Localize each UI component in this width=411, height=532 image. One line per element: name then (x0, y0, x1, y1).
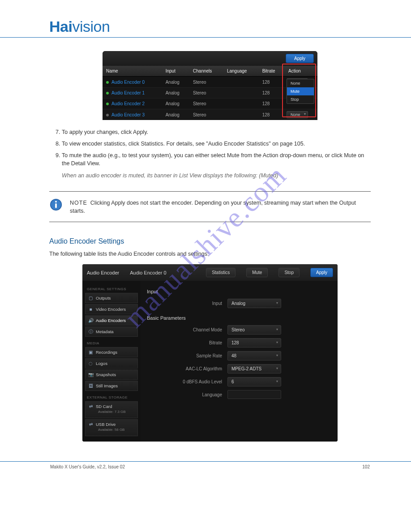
note-text: Clicking Apply does not start the encode… (70, 200, 356, 215)
select-audio-level[interactable]: 6 (227, 377, 281, 386)
col-action: Action (285, 66, 317, 77)
sd-card-icon: ⇄ (88, 404, 93, 409)
detail-main: Input Input Analog Basic Parameters Chan… (141, 281, 338, 442)
label-sample-rate: Sample Rate (147, 353, 227, 358)
stop-button[interactable]: Stop (278, 268, 300, 277)
sidebar-item-usb-drive[interactable]: ⇄USB Drive Available: 58 GB (85, 419, 138, 436)
select-input[interactable]: Analog (227, 299, 281, 308)
select-aac[interactable]: MPEG-2 ADTS (227, 364, 281, 373)
select-sample-rate[interactable]: 48 (227, 351, 281, 360)
detail-titlebar: Audio Encoder Audio Encoder 0 Statistics… (82, 264, 338, 281)
sidebar-header-external: EXTERNAL STORAGE (85, 392, 138, 401)
breadcrumb-root[interactable]: Audio Encoder (87, 270, 119, 275)
note-label: NOTE (70, 200, 87, 206)
brand-part2: vision (72, 18, 110, 35)
brand-part1: Hai (49, 18, 72, 35)
input-language[interactable] (227, 390, 281, 399)
status-dot-icon (106, 114, 109, 116)
video-icon: ■ (88, 307, 93, 312)
encoder-list-screenshot: Apply Name Input Channels Language Bitra… (103, 51, 317, 120)
sidebar: GENERAL SETTINGS ▢Outputs ■Video Encoder… (82, 281, 141, 442)
instruction-text: To apply your changes, click Apply. To v… (49, 128, 371, 180)
encoder-link[interactable]: Audio Encoder 2 (111, 101, 145, 106)
table-row[interactable]: Audio Encoder 1 Analog Stereo 128 (103, 88, 317, 99)
dropdown-option-mute[interactable]: Mute (287, 87, 314, 95)
step-8: To view encoder statistics, click Statis… (62, 140, 371, 148)
cell-language (223, 88, 259, 99)
sidebar-item-snapshots[interactable]: 📷Snapshots (85, 369, 138, 380)
group-basic-head: Basic Parameters (147, 315, 331, 321)
dropdown-option-none[interactable]: None (287, 79, 314, 87)
select-bitrate[interactable]: 128 (227, 338, 281, 348)
sd-available: Available: 7.3 GB (88, 409, 126, 416)
col-name: Name (103, 66, 162, 77)
breadcrumb-current: Audio Encoder 0 (130, 270, 166, 275)
col-channels: Channels (189, 66, 223, 77)
apply-button[interactable]: Apply (286, 54, 314, 63)
still-images-icon: 🖼 (88, 383, 93, 388)
status-dot-icon (106, 92, 109, 94)
sidebar-item-video-encoders[interactable]: ■Video Encoders (85, 304, 138, 314)
section-intro: The following table lists the Audio Enco… (49, 250, 371, 258)
cell-channels: Stereo (189, 99, 223, 109)
metadata-icon: ⓘ (88, 329, 93, 334)
table-row[interactable]: Audio Encoder 3 Analog Stereo 128 None (103, 109, 317, 120)
dropdown-option-stop[interactable]: Stop (287, 95, 314, 103)
label-aac: AAC-LC Algorithm (147, 366, 227, 371)
page-number: 102 (362, 464, 370, 469)
sidebar-item-recordings[interactable]: ▣Recordings (85, 347, 138, 357)
cell-input: Analog (162, 109, 189, 120)
col-bitrate: Bitrate (259, 66, 285, 77)
encoder-link[interactable]: Audio Encoder 1 (111, 90, 145, 95)
sidebar-item-outputs[interactable]: ▢Outputs (85, 293, 138, 303)
sidebar-item-sd-card[interactable]: ⇄SD Card Available: 7.3 GB (85, 401, 138, 418)
header-rule (0, 37, 411, 38)
status-dot-icon (106, 103, 109, 105)
apply-button[interactable]: Apply (310, 268, 333, 277)
brand-logo: Haivision (49, 18, 371, 35)
label-audio-level: 0 dBFS Audio Level (147, 379, 227, 384)
step-7: To apply your changes, click Apply. (62, 128, 371, 136)
svg-rect-3 (55, 203, 57, 208)
sidebar-item-logos[interactable]: ◌Logos (85, 358, 138, 369)
mute-button[interactable]: Mute (246, 268, 268, 277)
sidebar-item-still-images[interactable]: 🖼Still Images (85, 381, 138, 391)
table-row[interactable]: Audio Encoder 2 Analog Stereo 128 (103, 99, 317, 109)
cell-bitrate: 128 (259, 109, 285, 120)
encoder-link[interactable]: Audio Encoder 3 (111, 112, 145, 117)
logos-icon: ◌ (88, 361, 93, 366)
usb-icon: ⇄ (88, 422, 93, 427)
footer-text: Makito X User's Guide, v2.2, Issue 02 (50, 464, 125, 469)
group-input-head: Input (147, 289, 331, 294)
svg-point-2 (55, 201, 57, 202)
label-channel-mode: Channel Mode (147, 327, 227, 332)
step-9-sub: When an audio encoder is muted, its bann… (62, 172, 371, 180)
label-input: Input (147, 301, 227, 306)
cell-channels: Stereo (189, 77, 223, 88)
info-icon (49, 198, 63, 211)
label-language: Language (147, 392, 227, 397)
step-9: To mute the audio (e.g., to test your sy… (62, 151, 371, 167)
encoder-table: Name Input Channels Language Bitrate Act… (103, 66, 317, 120)
cell-language (223, 99, 259, 109)
encoder-link[interactable]: Audio Encoder 0 (111, 80, 145, 85)
usb-available: Available: 58 GB (88, 427, 124, 433)
note-box: NOTE Clicking Apply does not start the e… (49, 191, 371, 223)
col-input: Input (162, 66, 189, 77)
statistics-button[interactable]: Statistics (206, 268, 235, 277)
encoder-detail-screenshot: Audio Encoder Audio Encoder 0 Statistics… (82, 264, 338, 442)
cell-bitrate: 128 (259, 77, 285, 88)
action-dropdown[interactable]: None (287, 111, 308, 118)
cell-language (223, 77, 259, 88)
sidebar-item-audio-encoders[interactable]: 🔊Audio Encoders (85, 315, 138, 326)
cell-channels: Stereo (189, 88, 223, 99)
table-row[interactable]: Audio Encoder 0 Analog Stereo 128 None (103, 77, 317, 88)
action-dropdown-menu[interactable]: None Mute Stop (287, 79, 314, 104)
sidebar-header-general: GENERAL SETTINGS (85, 283, 138, 293)
recordings-icon: ▣ (88, 350, 93, 355)
status-dot-icon (106, 81, 109, 84)
audio-icon: 🔊 (88, 318, 93, 323)
sidebar-header-media: MEDIA (85, 338, 138, 347)
sidebar-item-metadata[interactable]: ⓘMetadata (85, 326, 138, 337)
select-channel-mode[interactable]: Stereo (227, 325, 281, 335)
